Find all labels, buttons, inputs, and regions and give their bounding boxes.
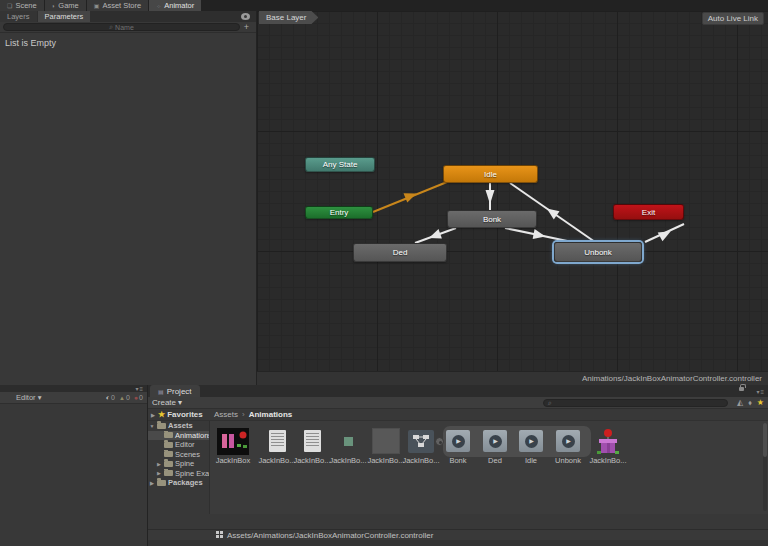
project-scrollbar[interactable] bbox=[763, 423, 767, 511]
asset-item-bonk-clip[interactable]: ▶ Bonk bbox=[438, 427, 478, 465]
breadcrumb-separator-icon: › bbox=[242, 410, 245, 419]
sprite-sheet-thumbnail bbox=[217, 428, 249, 455]
asset-store-icon: ▣ bbox=[94, 3, 100, 9]
tree-item-scenes[interactable]: Scenes bbox=[148, 450, 209, 460]
text-asset-icon bbox=[269, 430, 286, 452]
state-node-bonk[interactable]: Bonk bbox=[447, 210, 537, 228]
foldout-closed-icon: ▶ bbox=[150, 412, 156, 418]
state-node-ded[interactable]: Ded bbox=[353, 243, 447, 262]
type-filter-icon[interactable]: ◭ bbox=[737, 398, 743, 408]
state-node-entry[interactable]: Entry bbox=[305, 206, 373, 219]
tab-animator[interactable]: ⁘ Animator bbox=[149, 0, 201, 11]
play-icon: ▶ bbox=[566, 438, 571, 444]
tab-scene-label: Scene bbox=[15, 1, 36, 10]
asset-grid[interactable]: JackInBox JackInBo... JackInBo... JackIn… bbox=[210, 421, 768, 514]
asset-item-material[interactable]: JackInBo... bbox=[328, 427, 368, 465]
favorites-foldout[interactable]: ▶ ★ Favorites bbox=[150, 410, 203, 419]
animation-clip-icon: ▶ bbox=[556, 430, 580, 452]
tree-item-packages[interactable]: ▶ Packages bbox=[148, 478, 209, 488]
tree-item-spine[interactable]: ▶ Spine bbox=[148, 459, 209, 469]
controller-icon bbox=[216, 531, 224, 539]
project-tab-icon: ▤ bbox=[158, 388, 164, 395]
tab-layers[interactable]: Layers bbox=[0, 11, 37, 22]
asset-item-texture[interactable]: JackInBo... bbox=[366, 427, 406, 465]
tab-parameters[interactable]: Parameters bbox=[38, 11, 91, 22]
info-count-badge[interactable]: ◐0 bbox=[106, 394, 115, 401]
star-icon: ★ bbox=[158, 410, 165, 419]
panel-menu-icon[interactable]: ≡ bbox=[139, 386, 144, 392]
transition-idle-bonk[interactable] bbox=[486, 183, 495, 210]
error-count-badge[interactable]: ●0 bbox=[134, 394, 143, 401]
transition-bonk-ded[interactable] bbox=[415, 228, 456, 243]
foldout-closed-icon[interactable]: ▶ bbox=[156, 461, 162, 467]
asset-item-text[interactable]: JackInBo... bbox=[257, 427, 297, 465]
unity-editor-window: ❏ Scene ◗ Game ▣ Asset Store ⁘ Animator … bbox=[0, 0, 768, 546]
project-title-strip: ▤ Project ▾≡ bbox=[148, 385, 768, 397]
tree-item-spine-examples[interactable]: ▶ Spine Examples bbox=[148, 469, 209, 479]
state-node-exit[interactable]: Exit bbox=[613, 204, 684, 220]
parameter-search-input[interactable]: ⌕ Name bbox=[3, 23, 240, 31]
tab-game[interactable]: ◗ Game bbox=[45, 0, 86, 11]
editor-dropdown[interactable]: Editor ▾ bbox=[16, 393, 41, 402]
animator-side-panel: Layers Parameters ⌕ Name + List is Empty bbox=[0, 11, 257, 385]
console-title-strip: ▾≡ bbox=[0, 385, 147, 392]
label-filter-icon[interactable]: ⬧ bbox=[748, 398, 752, 408]
favorites-filter-icon[interactable]: ★ bbox=[757, 398, 764, 408]
breadcrumb-animations[interactable]: Animations bbox=[249, 410, 293, 419]
editor-tab-strip: ❏ Scene ◗ Game ▣ Asset Store ⁘ Animator bbox=[0, 0, 768, 11]
folder-icon bbox=[164, 451, 173, 457]
console-toolbar: Editor ▾ ◐0 ▲0 ●0 bbox=[0, 392, 147, 404]
animation-clip-icon: ▶ bbox=[483, 430, 507, 452]
foldout-closed-icon[interactable]: ▶ bbox=[149, 480, 155, 486]
dropdown-icon: ▾ bbox=[38, 393, 42, 402]
eye-icon[interactable] bbox=[241, 13, 250, 20]
asset-item-idle-clip[interactable]: ▶ Idle bbox=[511, 427, 551, 465]
tab-project[interactable]: ▤ Project bbox=[150, 385, 200, 397]
asset-item-ded-clip[interactable]: ▶ Ded bbox=[475, 427, 515, 465]
state-node-idle[interactable]: Idle bbox=[443, 165, 538, 183]
state-node-any-state[interactable]: Any State bbox=[305, 157, 375, 172]
add-parameter-button[interactable]: + bbox=[240, 23, 253, 31]
warning-count-badge[interactable]: ▲0 bbox=[119, 394, 130, 401]
folder-icon bbox=[164, 442, 173, 448]
tree-item-editor[interactable]: Editor bbox=[148, 440, 209, 450]
lock-icon[interactable] bbox=[739, 387, 744, 391]
animator-graph-canvas[interactable]: Any State Idle Entry Bonk Ded Unbonk Exi… bbox=[257, 11, 768, 371]
parameters-empty-label: List is Empty bbox=[0, 33, 256, 53]
asset-item-text[interactable]: JackInBo... bbox=[292, 427, 332, 465]
tab-asset-store[interactable]: ▣ Asset Store bbox=[87, 0, 148, 11]
parameters-search-row: ⌕ Name + bbox=[0, 22, 256, 33]
transition-bonk-unbonk[interactable] bbox=[505, 228, 572, 242]
breadcrumb-base-layer[interactable]: Base Layer bbox=[259, 11, 318, 24]
create-button[interactable]: Create▾ bbox=[152, 398, 182, 407]
foldout-closed-icon[interactable]: ▶ bbox=[156, 470, 162, 476]
search-icon: ⌕ bbox=[548, 399, 552, 407]
scene-icon: ❏ bbox=[7, 3, 12, 9]
tree-item-animations[interactable]: Animations bbox=[148, 431, 209, 441]
search-icon: ⌕ bbox=[109, 23, 113, 31]
auto-live-link-button[interactable]: Auto Live Link bbox=[702, 12, 764, 25]
breadcrumb-assets[interactable]: Assets bbox=[214, 410, 238, 419]
selected-asset-path: Assets/Animations/JackInBoxAnimatorContr… bbox=[227, 531, 433, 540]
selected-asset-path-bar: Assets/Animations/JackInBoxAnimatorContr… bbox=[148, 529, 768, 540]
tree-item-assets[interactable]: ▼ Assets bbox=[148, 421, 209, 431]
asset-item-jackinbox-prefab[interactable]: JackInBo... bbox=[588, 427, 628, 465]
project-folder-tree: ▼ Assets Animations Editor Scenes ▶ bbox=[148, 421, 210, 514]
warning-icon: ▲ bbox=[119, 395, 125, 401]
game-icon: ◗ bbox=[52, 3, 56, 9]
tab-scene[interactable]: ❏ Scene bbox=[0, 0, 44, 11]
project-search-input[interactable]: ⌕ bbox=[543, 399, 728, 407]
asset-item-jackinbox-sprite[interactable]: JackInBox bbox=[213, 427, 253, 465]
asset-item-animator-controller[interactable]: JackInBo... bbox=[401, 427, 441, 465]
animator-controller-icon bbox=[408, 430, 434, 453]
foldout-open-icon[interactable]: ▼ bbox=[149, 423, 155, 429]
asset-item-unbonk-clip[interactable]: ▶ Unbonk bbox=[548, 427, 588, 465]
dropdown-icon: ▾ bbox=[178, 398, 182, 407]
transition-entry-idle[interactable] bbox=[373, 182, 447, 212]
project-header-row: ▶ ★ Favorites Assets › Animations bbox=[148, 409, 768, 421]
panel-menu-icon[interactable]: ≡ bbox=[760, 389, 765, 395]
transition-unbonk-exit[interactable] bbox=[645, 224, 684, 242]
state-node-unbonk[interactable]: Unbonk bbox=[554, 242, 642, 262]
console-panel: ▾≡ Editor ▾ ◐0 ▲0 ●0 bbox=[0, 385, 148, 546]
project-toolbar: Create▾ ⌕ ◭ ⬧ ★ bbox=[148, 397, 768, 409]
